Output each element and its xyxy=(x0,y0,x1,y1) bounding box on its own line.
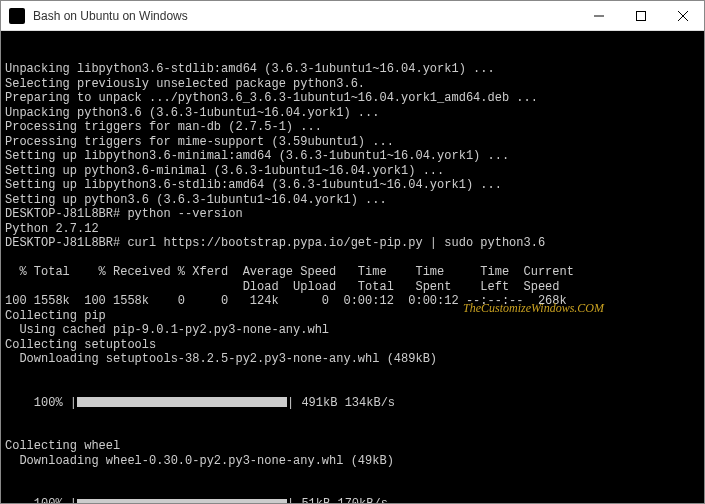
bash-icon xyxy=(9,8,25,24)
terminal-line: Collecting wheel xyxy=(5,439,700,454)
terminal-line: Setting up python3.6 (3.6.3-1ubuntu1~16.… xyxy=(5,193,700,208)
titlebar: Bash on Ubuntu on Windows xyxy=(1,1,704,31)
maximize-button[interactable] xyxy=(620,1,662,31)
terminal-line: Processing triggers for mime-support (3.… xyxy=(5,135,700,150)
terminal-line: DESKTOP-J81L8BR# python --version xyxy=(5,207,700,222)
terminal-line: Collecting pip xyxy=(5,309,700,324)
terminal-line xyxy=(5,251,700,266)
terminal-line: Setting up libpython3.6-minimal:amd64 (3… xyxy=(5,149,700,164)
progress-bar-1: 100% || 491kB 134kB/s xyxy=(5,396,700,411)
progress-bar-2: 100% || 51kB 170kB/s xyxy=(5,497,700,503)
terminal-line: Unpacking libpython3.6-stdlib:amd64 (3.6… xyxy=(5,62,700,77)
terminal-line: Processing triggers for man-db (2.7.5-1)… xyxy=(5,120,700,135)
terminal-line: Setting up python3.6-minimal (3.6.3-1ubu… xyxy=(5,164,700,179)
terminal-line: 100 1558k 100 1558k 0 0 124k 0 0:00:12 0… xyxy=(5,294,700,309)
terminal-window: Bash on Ubuntu on Windows Unpacking libp… xyxy=(0,0,705,504)
terminal-line: Using cached pip-9.0.1-py2.py3-none-any.… xyxy=(5,323,700,338)
close-button[interactable] xyxy=(662,1,704,31)
svg-rect-1 xyxy=(637,11,646,20)
terminal-line: Selecting previously unselected package … xyxy=(5,77,700,92)
terminal-line: Downloading wheel-0.30.0-py2.py3-none-an… xyxy=(5,454,700,469)
terminal-line: Downloading setuptools-38.2.5-py2.py3-no… xyxy=(5,352,700,367)
minimize-button[interactable] xyxy=(578,1,620,31)
terminal-body[interactable]: Unpacking libpython3.6-stdlib:amd64 (3.6… xyxy=(1,31,704,503)
window-title: Bash on Ubuntu on Windows xyxy=(33,9,578,23)
terminal-line: Setting up libpython3.6-stdlib:amd64 (3.… xyxy=(5,178,700,193)
window-controls xyxy=(578,1,704,31)
terminal-line: Python 2.7.12 xyxy=(5,222,700,237)
terminal-line: Collecting setuptools xyxy=(5,338,700,353)
terminal-line: Preparing to unpack .../python3.6_3.6.3-… xyxy=(5,91,700,106)
terminal-line: DESKTOP-J81L8BR# curl https://bootstrap.… xyxy=(5,236,700,251)
terminal-line: Dload Upload Total Spent Left Speed xyxy=(5,280,700,295)
terminal-line: Unpacking python3.6 (3.6.3-1ubuntu1~16.0… xyxy=(5,106,700,121)
terminal-line: % Total % Received % Xferd Average Speed… xyxy=(5,265,700,280)
